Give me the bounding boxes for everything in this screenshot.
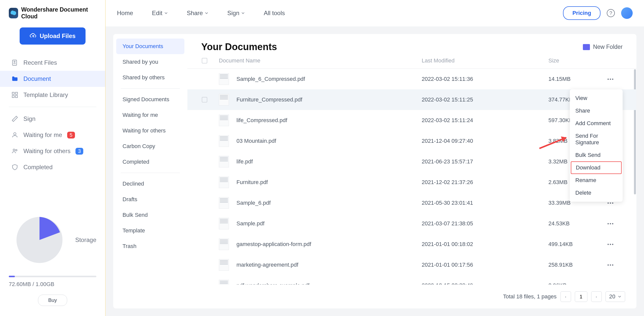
nav-completed[interactable]: Completed xyxy=(0,159,105,175)
shield-icon xyxy=(11,164,18,171)
file-modified: 2020-12-15 22:38:49 xyxy=(422,282,548,285)
menu-add-comment[interactable]: Add Comment xyxy=(570,117,623,130)
nav-waiting-for-others[interactable]: Waiting for others 3 xyxy=(0,143,105,159)
pen-icon xyxy=(11,115,18,122)
sub-completed[interactable]: Completed xyxy=(116,154,184,170)
file-name: 03 Mountain.pdf xyxy=(236,138,276,144)
sub-waiting-for-me[interactable]: Waiting for me xyxy=(116,107,184,123)
user-avatar[interactable] xyxy=(621,7,633,19)
page-prev-button[interactable]: ‹ xyxy=(560,291,571,302)
table-row[interactable]: Sample_6.pdf 2021-05-30 23:01:41 33.39MB xyxy=(187,193,636,213)
table-row[interactable]: pdf wondershare example.pdf 2020-12-15 2… xyxy=(187,275,636,285)
file-modified: 2021-05-30 23:01:41 xyxy=(422,200,548,206)
buy-button[interactable]: Buy xyxy=(38,295,67,306)
file-thumbnail xyxy=(219,259,229,271)
svg-rect-5 xyxy=(15,95,17,97)
brand-logo-area: Wondershare Document Cloud xyxy=(0,0,105,25)
new-folder-button[interactable]: New Folder xyxy=(583,44,623,50)
context-menu: View Share Add Comment Send For Signatur… xyxy=(570,89,623,202)
more-actions-icon[interactable] xyxy=(606,202,614,204)
table-row[interactable]: marketing-agreement.pdf 2021-01-01 00:17… xyxy=(187,255,636,275)
nav-sign[interactable]: Sign xyxy=(0,111,105,127)
file-size: 14.15MB xyxy=(548,76,606,82)
menu-send-for-signature[interactable]: Send For Signature xyxy=(570,130,623,149)
col-size[interactable]: Size xyxy=(548,57,606,64)
sub-declined[interactable]: Declined xyxy=(116,176,184,192)
page-input[interactable] xyxy=(575,291,587,302)
sub-drafts[interactable]: Drafts xyxy=(116,192,184,207)
file-thumbnail xyxy=(219,197,229,209)
table-header: Document Name Last Modified Size xyxy=(187,57,636,69)
nav-template-library[interactable]: Template Library xyxy=(0,87,105,103)
more-actions-icon[interactable] xyxy=(606,79,614,80)
storage-bar xyxy=(9,276,96,277)
file-size: 24.53KB xyxy=(548,220,606,227)
file-name: Furniture.pdf xyxy=(236,179,268,186)
svg-point-8 xyxy=(16,150,17,151)
sub-carbon-copy[interactable]: Carbon Copy xyxy=(116,138,184,154)
sub-your-documents[interactable]: Your Documents xyxy=(116,39,184,54)
table-row[interactable]: Sample_6_Compressed.pdf 2022-03-02 15:11… xyxy=(187,69,636,89)
table-row[interactable]: Furniture_Compressed.pdf 2022-03-02 15:1… xyxy=(187,89,636,110)
menu-rename[interactable]: Rename xyxy=(570,174,623,187)
col-last-modified[interactable]: Last Modified xyxy=(422,57,548,64)
upload-files-button[interactable]: Upload Files xyxy=(20,27,86,45)
table-row[interactable]: gamestop-application-form.pdf 2021-01-01… xyxy=(187,234,636,255)
topnav-edit[interactable]: Edit xyxy=(152,10,168,17)
topbar: Home Edit Share Sign All tools Pricing ? xyxy=(106,0,644,26)
menu-view[interactable]: View xyxy=(570,92,623,104)
sub-shared-by-you[interactable]: Shared by you xyxy=(116,54,184,70)
file-thumbnail xyxy=(219,280,229,285)
nav-recent-files[interactable]: Recent Files xyxy=(0,55,105,71)
topnav-home[interactable]: Home xyxy=(117,10,133,17)
sub-bulk-send[interactable]: Bulk Send xyxy=(116,207,184,223)
pricing-button[interactable]: Pricing xyxy=(563,6,600,20)
topnav-all-tools[interactable]: All tools xyxy=(264,10,285,17)
file-size: 2.96KB xyxy=(548,282,606,285)
table-row[interactable]: Furniture.pdf 2021-12-02 21:37:26 2.63MB xyxy=(187,172,636,193)
file-name: marketing-agreement.pdf xyxy=(236,262,298,268)
new-folder-icon xyxy=(583,44,590,50)
chevron-down-icon xyxy=(205,11,208,15)
sub-shared-by-others[interactable]: Shared by others xyxy=(116,70,184,85)
menu-bulk-send[interactable]: Bulk Send xyxy=(570,149,623,161)
topnav-share[interactable]: Share xyxy=(187,10,208,17)
file-modified: 2022-03-02 15:11:25 xyxy=(422,96,548,103)
svg-rect-2 xyxy=(12,92,14,94)
nav-label: Template Library xyxy=(23,91,68,98)
page-next-button[interactable]: › xyxy=(591,291,602,302)
help-icon[interactable]: ? xyxy=(607,9,615,17)
sub-waiting-for-others[interactable]: Waiting for others xyxy=(116,123,184,138)
table-row[interactable]: 03 Mountain.pdf 2021-12-04 09:27:40 3.82… xyxy=(187,131,636,151)
table-row[interactable]: life.pdf 2021-06-23 15:57:17 3.32MB xyxy=(187,151,636,172)
sub-signed-documents[interactable]: Signed Documents xyxy=(116,92,184,107)
svg-point-7 xyxy=(13,149,15,151)
more-actions-icon[interactable] xyxy=(606,244,614,245)
sub-trash[interactable]: Trash xyxy=(116,238,184,254)
file-size: 258.91KB xyxy=(548,262,606,268)
storage-usage-text: 72.60MB / 1.00GB xyxy=(9,281,96,288)
sub-template[interactable]: Template xyxy=(116,223,184,238)
template-icon xyxy=(11,91,18,98)
row-checkbox[interactable] xyxy=(202,97,207,102)
page-size-select[interactable]: 20 xyxy=(606,291,625,302)
menu-delete[interactable]: Delete xyxy=(570,187,623,199)
table-body: View Share Add Comment Send For Signatur… xyxy=(187,69,636,285)
menu-share[interactable]: Share xyxy=(570,104,623,117)
file-modified: 2022-03-02 15:11:24 xyxy=(422,117,548,124)
more-actions-icon[interactable] xyxy=(606,264,614,266)
chevron-down-icon xyxy=(241,11,245,15)
table-row[interactable]: Sample.pdf 2021-03-07 21:38:05 24.53KB xyxy=(187,213,636,234)
topnav-sign[interactable]: Sign xyxy=(227,10,245,17)
divider xyxy=(121,173,180,173)
nav-waiting-for-me[interactable]: Waiting for me 5 xyxy=(0,127,105,143)
file-thumbnail xyxy=(219,135,229,147)
table-row[interactable]: life_Compressed.pdf 2022-03-02 15:11:24 … xyxy=(187,110,636,131)
sidebar-left: Wondershare Document Cloud Upload Files … xyxy=(0,0,106,316)
col-document-name[interactable]: Document Name xyxy=(214,57,422,64)
more-actions-icon[interactable] xyxy=(606,223,614,224)
select-all-checkbox[interactable] xyxy=(202,58,207,63)
divider xyxy=(121,88,180,89)
menu-download[interactable]: Download xyxy=(571,161,622,174)
nav-document[interactable]: Document xyxy=(0,71,105,87)
